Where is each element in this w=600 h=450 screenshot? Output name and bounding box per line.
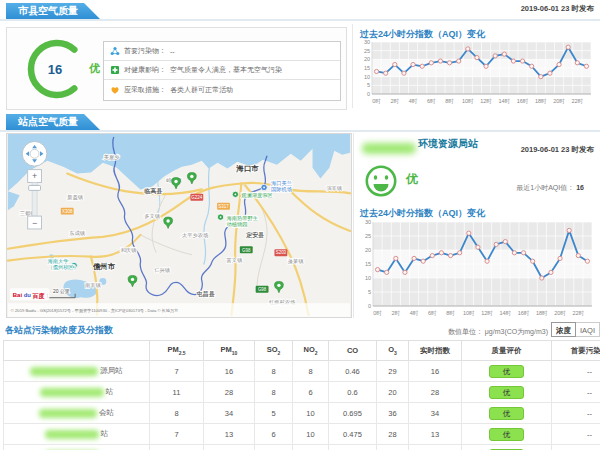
value-cell: 6 [293,382,329,403]
toggle-concentration[interactable]: 浓度 [551,322,576,337]
unit-note: 数值单位： μg/m3(CO为mg/m3) [400,327,548,337]
poi-air-icon[interactable] [261,184,267,190]
city-aqi-panel: 16 优 首要污染物：--对健康影响：空气质量令人满意，基本无空气污染应采取措施… [6,27,347,110]
info-value: 各类人群可正常活动 [170,85,233,95]
value-cell: 36 [377,403,409,424]
map-label: 海口市 [235,164,259,173]
poi-green-icon[interactable] [217,214,223,220]
svg-text:16时: 16时 [518,310,530,316]
station-name-suffix: 站 [106,387,114,396]
value-cell: 6 [255,424,293,445]
value-cell: 28 [409,382,462,403]
poi-green-icon[interactable] [232,191,238,197]
value-cell: 8 [293,361,329,382]
column-header: CO [329,341,377,361]
station-name-redacted [39,409,97,418]
station-name-cell: 站 [4,382,150,403]
column-header: 质量评价 [462,341,552,361]
value-cell: 8 [255,361,293,382]
svg-text:20时: 20时 [554,310,566,316]
station-name-cell: 站 [4,445,150,450]
svg-text:6时: 6时 [427,98,436,104]
value-cell: 0.181 [329,445,377,450]
station-name-suffix: 源局站 [100,366,123,375]
svg-text:22时: 22时 [573,310,585,316]
map-label: 儋州市 [92,262,116,271]
aqi-info-row: 应采取措施：各类人群可正常活动 [104,80,340,99]
column-header: O3 [377,341,409,361]
grade-cell: 优 [462,361,552,382]
divider [0,19,600,21]
map-pan-control[interactable] [22,141,47,166]
map-label: 演丰镇 [326,185,342,191]
column-header: PM10 [204,341,255,361]
svg-text:S203: S203 [276,250,287,255]
station-name-redacted [45,430,99,439]
svg-text:du: du [24,292,32,298]
value-cell: 16 [204,361,255,382]
value-cell: 28 [204,382,255,403]
station-map[interactable]: G224S203G98G98S317X308海口市儋州市临高县定安县屯昌县美夏乡… [6,133,352,318]
svg-text:20时: 20时 [553,98,565,104]
measure-icon [110,81,120,99]
divider [353,133,354,318]
road-shield: X308 [61,208,74,215]
map-label: 观澜湖度假区 [241,192,273,199]
svg-text:8时: 8时 [446,310,455,316]
value-cell: 21 [293,445,329,450]
aqi-info-list: 首要污染物：--对健康影响：空气质量令人满意，基本无空气污染应采取措施：各类人群… [103,41,341,101]
tab-station-air-quality: 站点空气质量 [6,114,100,130]
info-label: 应采取措施： [124,85,166,95]
map-label: 定安县 [245,231,264,239]
column-header: 实时指数 [409,341,462,361]
svg-text:10时: 10时 [463,310,475,316]
map-label: 美夏乡 [104,154,120,161]
value-cell: 20 [377,382,409,403]
map-label: 仁兴镇 [154,267,170,273]
map-label: 临高县 [144,187,162,195]
map-label: 海口美兰国际机场 [271,180,293,193]
svg-text:8时: 8时 [445,98,454,104]
value-cell: 29 [377,361,409,382]
value-cell: 24 [204,445,255,450]
map-label: 多文镇 [144,213,160,219]
air-quality-dashboard: 市县空气质量 2019-06-01 23 时发布 16 优 首要污染物：--对健… [0,0,600,450]
svg-text:5: 5 [367,82,370,88]
value-cell: 10 [293,424,329,445]
table-row: 会站8345100.6953634优-- [4,403,600,424]
map-copyright: © 2019 Baidu - GS(2018)5572号 - 甲测资字11009… [11,308,179,313]
svg-text:14时: 14时 [499,98,511,104]
grade-badge: 优 [489,365,525,378]
tab-city-air-quality: 市县空气质量 [6,3,100,19]
station-name-redacted [362,143,416,154]
aqi-gauge-value: 16 [48,62,62,77]
value-cell: 8 [255,382,293,403]
value-cell: 8 [150,403,204,424]
value-cell: 16 [409,361,462,382]
station-publish-time: 2019-06-01 23 时发布 [521,145,594,155]
value-cell: 13 [409,424,462,445]
grade-cell: 优 [462,424,552,445]
svg-text:10: 10 [364,74,370,80]
map-label: 和庆镇 [121,247,137,253]
value-cell: 5 [255,403,293,424]
toggle-iaqi[interactable]: IAQI [575,322,600,337]
latest-aqi-label: 最近1小时AQI值： [516,184,574,191]
table-header-row: PM2.5PM10SO2NO2COO3实时指数质量评价首要污染物 [4,341,600,361]
city-aqi-24h-chart: 0510152025300时2时4时6时8时10时12时14时16时18时20时… [357,39,595,109]
primary-pollutant-cell: -- [552,424,600,445]
info-value: -- [170,48,175,55]
grade-badge: 优 [489,428,525,441]
smiley-face-icon [363,163,399,199]
info-label: 首要污染物： [124,46,166,56]
grade-cell: 优 [462,445,552,450]
svg-text:15: 15 [364,65,370,71]
svg-text:18时: 18时 [536,310,548,316]
svg-text:X308: X308 [62,209,73,214]
station-name-redacted [40,388,104,397]
map-label: 蓬莱镇 [288,258,304,265]
baidu-map-svg[interactable]: G224S203G98G98S317X308海口市儋州市临高县定安县屯昌县美夏乡… [7,134,351,317]
road-shield: G98 [256,286,269,293]
city-publish-time: 2019-06-01 23 时发布 [521,4,594,14]
grade-cell: 优 [462,382,552,403]
